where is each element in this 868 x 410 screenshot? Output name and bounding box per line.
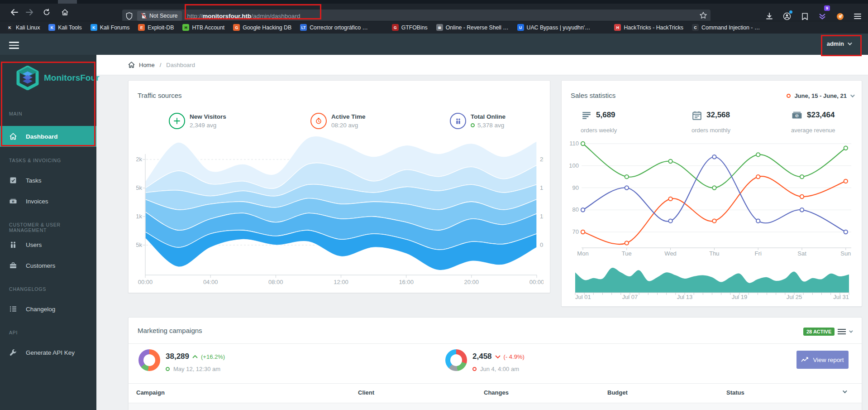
breadcrumb-home-icon	[128, 62, 135, 68]
favicon: K	[6, 24, 13, 31]
screen: Not Secure http://monitorsfour.htb/admin…	[0, 0, 868, 410]
favicon: K	[48, 24, 55, 31]
svg-text:Thu: Thu	[709, 250, 719, 256]
table-header-campaign[interactable]: Campaign	[136, 389, 165, 396]
bookmark-star-button[interactable]	[700, 12, 707, 20]
page-topbar: admin	[0, 34, 868, 55]
orders-weekly-label: orders weekly	[581, 127, 617, 134]
browser-toolbar: Not Secure http://monitorsfour.htb/admin…	[0, 4, 868, 21]
card-menu-button[interactable]	[838, 328, 852, 336]
chevron-down-icon	[848, 41, 852, 45]
sidebar-item-label: Changelog	[26, 306, 55, 313]
svg-text:1k: 1k	[540, 213, 544, 220]
stat-value: 2,349 avg	[190, 122, 216, 129]
svg-text:04:00: 04:00	[203, 279, 218, 285]
sidebar-item-invoices[interactable]: $ Invoices	[0, 191, 96, 211]
bookmark-label: Exploit-DB	[148, 24, 174, 31]
sidebar-section-changelogs: CHANGELOGS	[9, 286, 46, 292]
bookmark-item[interactable]: EExploit-DB	[138, 24, 174, 31]
sidebar-item-label: Customers	[26, 262, 55, 269]
sidebar-item-users[interactable]: Users	[0, 235, 96, 255]
favicon: E	[138, 24, 145, 31]
table-row[interactable]	[129, 403, 862, 410]
not-secure-chip[interactable]: Not Secure	[137, 11, 182, 21]
invoices-icon: $	[9, 197, 17, 205]
chart-line-icon	[801, 357, 809, 362]
orders-monthly-label: orders monthly	[692, 127, 730, 134]
svg-text:08:00: 08:00	[268, 279, 283, 285]
reload-icon	[43, 9, 50, 16]
sidebar-item-customers[interactable]: Customers	[0, 256, 96, 275]
orders-weekly-icon	[582, 111, 591, 122]
bookmark-item[interactable]: KKali Forums	[91, 24, 130, 31]
table-sort-chevron[interactable]	[843, 389, 847, 393]
metric-change: (+16.2%)	[201, 353, 225, 360]
reload-button[interactable]	[41, 6, 52, 18]
sidebar-item-label: Generate API Key	[26, 349, 75, 356]
sidebar-item-label: Tasks	[26, 177, 42, 184]
brand[interactable]: MonitorsFour	[15, 66, 99, 90]
back-button[interactable]	[8, 6, 20, 18]
svg-text:00:00: 00:00	[138, 279, 153, 285]
svg-text:90: 90	[572, 184, 579, 191]
sidebar: MonitorsFour MAIN Dashboard TASKS & INVO…	[0, 55, 96, 410]
green-dot-icon	[166, 367, 170, 371]
bookmark-item[interactable]: KKali Tools	[48, 24, 81, 31]
sidebar-item-dashboard[interactable]: Dashboard	[0, 126, 96, 147]
home-button[interactable]	[59, 6, 71, 18]
svg-text:Jul 19: Jul 19	[732, 294, 748, 299]
sidebar-item-tasks[interactable]: Tasks	[0, 170, 96, 190]
breadcrumb-separator: /	[160, 62, 162, 68]
sidebar-item-label: Invoices	[26, 198, 48, 205]
metric-1: 38,289 (+16.2%)	[166, 352, 225, 361]
double-chevron-down-icon	[819, 13, 826, 20]
bookmark-item[interactable]: HHTB Account	[182, 24, 224, 31]
url-text[interactable]: http://monitorsfour.htb/admin/dashboard	[187, 13, 300, 19]
sidebar-section-customer-user: CUSTOMER & USER MANAGEMENT	[9, 222, 96, 233]
average-revenue-value: $23,464	[807, 111, 835, 120]
sidebar-item-changelog[interactable]: Changelog	[0, 299, 96, 319]
table-header-status[interactable]: Status	[726, 389, 744, 396]
bookmark-item[interactable]: UUAC Bypass | yuyudhn'…	[517, 24, 591, 31]
forward-button[interactable]	[24, 6, 35, 18]
table-header-client[interactable]: Client	[358, 389, 374, 396]
sales-statistics-card: Sales statistics June, 15 - June, 21 5,6…	[561, 80, 862, 307]
table-header-budget[interactable]: Budget	[607, 389, 628, 396]
sidebar-item-generate-api-key[interactable]: Generate API Key	[0, 342, 96, 362]
admin-menu[interactable]: admin	[827, 40, 851, 47]
bookmark-item[interactable]: KKali Linux	[6, 24, 40, 31]
view-report-button[interactable]: View report	[796, 351, 849, 369]
sidebar-item-label: Users	[26, 241, 42, 248]
traffic-card-title: Traffic sources	[138, 92, 182, 99]
metric-2: 2,458 (- 4.9%)	[472, 352, 525, 361]
period-selector[interactable]: June, 15 - June, 21	[787, 92, 854, 99]
table-header-changes[interactable]: Changes	[484, 389, 509, 396]
metric-date-label: May 12, 12:30 am	[173, 366, 220, 372]
svg-text:Jul 07: Jul 07	[622, 294, 638, 299]
bookmark-label: Command Injection - …	[701, 24, 760, 31]
bookmark-item[interactable]: ☠Online - Reverse Shell …	[436, 24, 509, 31]
stat-total-online: Total Online 5,378 avg	[471, 113, 506, 129]
url-bar[interactable]: Not Secure http://monitorsfour.htb/admin…	[122, 10, 711, 22]
svg-text:2k: 2k	[540, 156, 544, 163]
bookmark-item[interactable]: HHackTricks - HackTricks	[614, 24, 683, 31]
sales-navigator-chart: Jul 01Jul 07Jul 13Jul 19Jul 25Jul 31	[568, 261, 858, 299]
caret-up-icon	[192, 355, 198, 358]
svg-text:1k: 1k	[136, 213, 142, 220]
bookmark-item[interactable]: LTCorrector ortográfico …	[300, 24, 367, 31]
favicon: U	[517, 24, 524, 31]
svg-text:16:00: 16:00	[399, 279, 414, 285]
menu-bars-icon	[838, 328, 846, 336]
tab-strip	[0, 0, 868, 4]
shield-icon[interactable]	[126, 12, 133, 20]
breadcrumb-home[interactable]: Home	[139, 62, 155, 68]
bookmark-item[interactable]: GGTFOBins	[392, 24, 428, 31]
account-notification-dot	[789, 10, 792, 14]
bookmark-item[interactable]: GGoogle Hacking DB	[233, 24, 291, 31]
total-online-icon	[450, 113, 466, 129]
stat-label: New Visitors	[190, 113, 226, 120]
svg-text:80: 80	[572, 206, 579, 213]
metric-1-date: May 12, 12:30 am	[166, 366, 220, 372]
sidebar-toggle-button[interactable]	[9, 40, 19, 51]
bookmark-item[interactable]: CCommand Injection - …	[692, 24, 760, 31]
